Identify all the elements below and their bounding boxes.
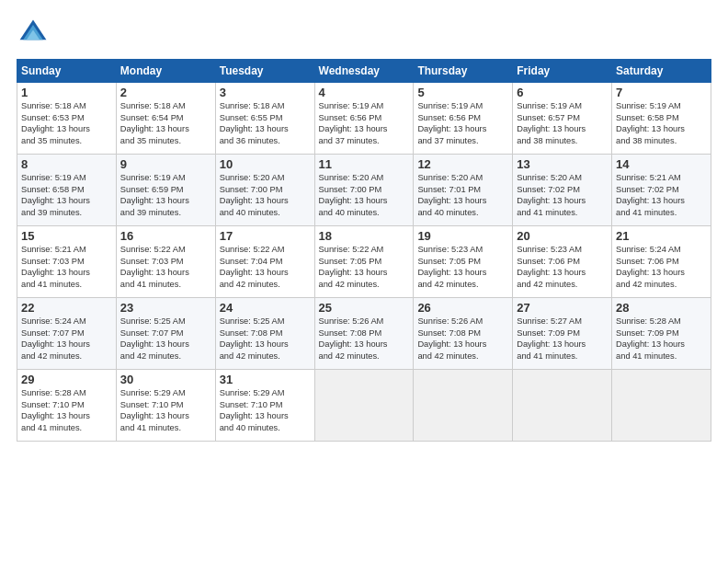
cell-details: Sunrise: 5:18 AMSunset: 6:53 PMDaylight:…	[21, 100, 112, 146]
calendar-cell: 21Sunrise: 5:24 AMSunset: 7:06 PMDayligh…	[612, 226, 711, 298]
calendar-cell: 31Sunrise: 5:29 AMSunset: 7:10 PMDayligh…	[215, 370, 314, 442]
calendar-cell: 8Sunrise: 5:19 AMSunset: 6:58 PMDaylight…	[17, 155, 117, 226]
weekday-header-thursday: Thursday	[414, 60, 513, 83]
calendar-cell: 29Sunrise: 5:28 AMSunset: 7:10 PMDayligh…	[17, 370, 117, 442]
day-number: 11	[319, 157, 410, 171]
calendar-week-row: 15Sunrise: 5:21 AMSunset: 7:03 PMDayligh…	[17, 226, 711, 298]
calendar-cell: 4Sunrise: 5:19 AMSunset: 6:56 PMDaylight…	[314, 83, 414, 155]
day-number: 28	[616, 301, 707, 315]
day-number: 21	[616, 229, 707, 243]
cell-details: Sunrise: 5:23 AMSunset: 7:05 PMDaylight:…	[417, 244, 508, 290]
calendar-cell	[612, 370, 711, 442]
cell-details: Sunrise: 5:20 AMSunset: 7:02 PMDaylight:…	[517, 172, 608, 218]
cell-details: Sunrise: 5:27 AMSunset: 7:09 PMDaylight:…	[517, 316, 608, 362]
weekday-header-saturday: Saturday	[612, 60, 711, 83]
weekday-header-monday: Monday	[116, 60, 215, 83]
cell-details: Sunrise: 5:29 AMSunset: 7:10 PMDaylight:…	[120, 387, 211, 433]
cell-details: Sunrise: 5:25 AMSunset: 7:07 PMDaylight:…	[120, 316, 211, 362]
weekday-header-friday: Friday	[513, 60, 612, 83]
cell-details: Sunrise: 5:29 AMSunset: 7:10 PMDaylight:…	[220, 387, 311, 433]
day-number: 27	[517, 301, 608, 315]
day-number: 15	[21, 229, 112, 243]
cell-details: Sunrise: 5:26 AMSunset: 7:08 PMDaylight:…	[319, 316, 410, 362]
cell-details: Sunrise: 5:21 AMSunset: 7:03 PMDaylight:…	[21, 244, 112, 290]
calendar-cell: 7Sunrise: 5:19 AMSunset: 6:58 PMDaylight…	[612, 83, 711, 155]
weekday-header-tuesday: Tuesday	[215, 60, 314, 83]
logo	[17, 17, 55, 50]
day-number: 31	[220, 373, 311, 386]
calendar-cell	[513, 370, 612, 442]
cell-details: Sunrise: 5:19 AMSunset: 6:58 PMDaylight:…	[21, 172, 112, 218]
day-number: 8	[21, 157, 112, 171]
cell-details: Sunrise: 5:20 AMSunset: 7:00 PMDaylight:…	[220, 172, 311, 218]
calendar-cell: 1Sunrise: 5:18 AMSunset: 6:53 PMDaylight…	[17, 83, 117, 155]
day-number: 5	[417, 86, 508, 99]
cell-details: Sunrise: 5:19 AMSunset: 6:57 PMDaylight:…	[517, 100, 608, 146]
weekday-header-wednesday: Wednesday	[314, 60, 414, 83]
day-number: 3	[220, 86, 311, 99]
day-number: 18	[319, 229, 410, 243]
calendar-cell: 24Sunrise: 5:25 AMSunset: 7:08 PMDayligh…	[215, 298, 314, 370]
cell-details: Sunrise: 5:22 AMSunset: 7:05 PMDaylight:…	[319, 244, 410, 290]
cell-details: Sunrise: 5:22 AMSunset: 7:04 PMDaylight:…	[220, 244, 311, 290]
day-number: 7	[616, 86, 707, 99]
page: SundayMondayTuesdayWednesdayThursdayFrid…	[0, 0, 728, 563]
day-number: 14	[616, 157, 707, 171]
cell-details: Sunrise: 5:19 AMSunset: 6:56 PMDaylight:…	[417, 100, 508, 146]
calendar-cell: 15Sunrise: 5:21 AMSunset: 7:03 PMDayligh…	[17, 226, 117, 298]
calendar-cell: 14Sunrise: 5:21 AMSunset: 7:02 PMDayligh…	[612, 155, 711, 226]
calendar-cell: 2Sunrise: 5:18 AMSunset: 6:54 PMDaylight…	[116, 83, 215, 155]
calendar-cell: 28Sunrise: 5:28 AMSunset: 7:09 PMDayligh…	[612, 298, 711, 370]
day-number: 6	[517, 86, 608, 99]
calendar-cell: 12Sunrise: 5:20 AMSunset: 7:01 PMDayligh…	[414, 155, 513, 226]
calendar-cell	[314, 370, 414, 442]
cell-details: Sunrise: 5:28 AMSunset: 7:10 PMDaylight:…	[21, 387, 112, 433]
calendar-cell: 22Sunrise: 5:24 AMSunset: 7:07 PMDayligh…	[17, 298, 117, 370]
cell-details: Sunrise: 5:19 AMSunset: 6:56 PMDaylight:…	[319, 100, 410, 146]
calendar-week-row: 29Sunrise: 5:28 AMSunset: 7:10 PMDayligh…	[17, 370, 711, 442]
cell-details: Sunrise: 5:20 AMSunset: 7:00 PMDaylight:…	[319, 172, 410, 218]
calendar-cell: 6Sunrise: 5:19 AMSunset: 6:57 PMDaylight…	[513, 83, 612, 155]
calendar-cell: 17Sunrise: 5:22 AMSunset: 7:04 PMDayligh…	[215, 226, 314, 298]
cell-details: Sunrise: 5:24 AMSunset: 7:07 PMDaylight:…	[21, 316, 112, 362]
calendar-cell: 9Sunrise: 5:19 AMSunset: 6:59 PMDaylight…	[116, 155, 215, 226]
calendar-cell: 10Sunrise: 5:20 AMSunset: 7:00 PMDayligh…	[215, 155, 314, 226]
calendar-week-row: 8Sunrise: 5:19 AMSunset: 6:58 PMDaylight…	[17, 155, 711, 226]
day-number: 20	[517, 229, 608, 243]
day-number: 10	[220, 157, 311, 171]
cell-details: Sunrise: 5:19 AMSunset: 6:59 PMDaylight:…	[120, 172, 211, 218]
day-number: 9	[120, 157, 211, 171]
calendar-cell: 18Sunrise: 5:22 AMSunset: 7:05 PMDayligh…	[314, 226, 414, 298]
cell-details: Sunrise: 5:18 AMSunset: 6:55 PMDaylight:…	[220, 100, 311, 146]
calendar-cell: 16Sunrise: 5:22 AMSunset: 7:03 PMDayligh…	[116, 226, 215, 298]
calendar-table: SundayMondayTuesdayWednesdayThursdayFrid…	[17, 59, 711, 442]
day-number: 23	[120, 301, 211, 315]
day-number: 13	[517, 157, 608, 171]
cell-details: Sunrise: 5:25 AMSunset: 7:08 PMDaylight:…	[220, 316, 311, 362]
cell-details: Sunrise: 5:23 AMSunset: 7:06 PMDaylight:…	[517, 244, 608, 290]
calendar-cell: 3Sunrise: 5:18 AMSunset: 6:55 PMDaylight…	[215, 83, 314, 155]
cell-details: Sunrise: 5:19 AMSunset: 6:58 PMDaylight:…	[616, 100, 707, 146]
day-number: 1	[21, 86, 112, 99]
day-number: 16	[120, 229, 211, 243]
cell-details: Sunrise: 5:22 AMSunset: 7:03 PMDaylight:…	[120, 244, 211, 290]
cell-details: Sunrise: 5:18 AMSunset: 6:54 PMDaylight:…	[120, 100, 211, 146]
logo-icon	[17, 17, 50, 50]
day-number: 25	[319, 301, 410, 315]
calendar-cell	[414, 370, 513, 442]
calendar-cell: 5Sunrise: 5:19 AMSunset: 6:56 PMDaylight…	[414, 83, 513, 155]
calendar-cell: 19Sunrise: 5:23 AMSunset: 7:05 PMDayligh…	[414, 226, 513, 298]
cell-details: Sunrise: 5:28 AMSunset: 7:09 PMDaylight:…	[616, 316, 707, 362]
calendar-cell: 25Sunrise: 5:26 AMSunset: 7:08 PMDayligh…	[314, 298, 414, 370]
calendar-cell: 23Sunrise: 5:25 AMSunset: 7:07 PMDayligh…	[116, 298, 215, 370]
calendar-week-row: 22Sunrise: 5:24 AMSunset: 7:07 PMDayligh…	[17, 298, 711, 370]
calendar-cell: 20Sunrise: 5:23 AMSunset: 7:06 PMDayligh…	[513, 226, 612, 298]
calendar-cell: 11Sunrise: 5:20 AMSunset: 7:00 PMDayligh…	[314, 155, 414, 226]
calendar-cell: 30Sunrise: 5:29 AMSunset: 7:10 PMDayligh…	[116, 370, 215, 442]
calendar-week-row: 1Sunrise: 5:18 AMSunset: 6:53 PMDaylight…	[17, 83, 711, 155]
header	[17, 17, 711, 50]
calendar-cell: 26Sunrise: 5:26 AMSunset: 7:08 PMDayligh…	[414, 298, 513, 370]
cell-details: Sunrise: 5:20 AMSunset: 7:01 PMDaylight:…	[417, 172, 508, 218]
calendar-cell: 13Sunrise: 5:20 AMSunset: 7:02 PMDayligh…	[513, 155, 612, 226]
day-number: 26	[417, 301, 508, 315]
